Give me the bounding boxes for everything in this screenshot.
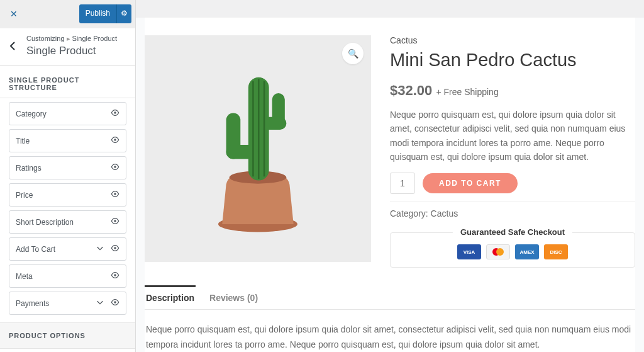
safe-checkout-label: Guaranteed Safe Checkout	[453, 227, 572, 237]
publish-button[interactable]: Publish	[79, 4, 116, 23]
chevron-down-icon[interactable]	[96, 298, 104, 309]
svg-point-0	[114, 111, 116, 114]
close-customizer-button[interactable]: ✕	[0, 0, 28, 28]
visibility-toggle-icon[interactable]	[111, 135, 119, 146]
short-description: Neque porro quisquam est, qui dolore ips…	[390, 108, 635, 164]
tab-description[interactable]: Description	[145, 287, 196, 309]
visibility-toggle-icon[interactable]	[111, 190, 119, 200]
quantity-input[interactable]	[390, 173, 415, 194]
structure-item-meta[interactable]: Meta	[9, 264, 126, 288]
visibility-toggle-icon[interactable]	[111, 271, 119, 281]
product-info: Cactus Mini San Pedro Cactus $32.00 + Fr…	[390, 35, 635, 268]
visibility-toggle-icon[interactable]	[111, 244, 119, 254]
enable-breadcrumb-row: Enable Breadcrumb	[0, 349, 135, 352]
cart-row: ADD TO CART	[390, 173, 635, 194]
add-to-cart-button[interactable]: ADD TO CART	[423, 173, 518, 193]
structure-item-short-description[interactable]: Short Description	[9, 210, 126, 234]
sidebar-header: ✕ Publish ⚙	[0, 0, 135, 28]
product-image: 🔍	[145, 35, 371, 262]
structure-item-label: Meta	[16, 272, 33, 281]
zoom-icon: 🔍	[348, 48, 358, 59]
structure-item-title[interactable]: Title	[9, 129, 126, 152]
structure-heading: SINGLE PRODUCT STRUCTURE	[0, 66, 135, 98]
structure-item-ratings[interactable]: Ratings	[9, 156, 126, 179]
cactus-illustration	[179, 42, 337, 255]
svg-point-6	[114, 274, 116, 276]
structure-item-label: Title	[16, 137, 30, 145]
product-meta: Category: Cactus	[390, 202, 635, 225]
svg-point-1	[114, 139, 116, 141]
customizer-breadcrumb-panel: Customizing▸Single Product Single Produc…	[0, 28, 135, 66]
tab-reviews[interactable]: Reviews (0)	[208, 287, 259, 309]
svg-point-3	[114, 193, 116, 195]
svg-point-2	[114, 166, 116, 168]
payment-icon-mc	[486, 244, 510, 259]
structure-item-payments[interactable]: Payments	[9, 292, 126, 315]
structure-item-label: Add To Cart	[16, 245, 55, 254]
price-value: 32.00	[397, 82, 432, 98]
chevron-down-icon[interactable]	[96, 244, 104, 254]
payment-icon-amex: AMEX	[515, 244, 539, 259]
svg-point-19	[496, 248, 504, 256]
meta-category-link[interactable]: Cactus	[431, 208, 458, 219]
product-price: $32.00 + Free Shipping	[390, 82, 635, 99]
zoom-button[interactable]: 🔍	[342, 43, 364, 64]
breadcrumb: Customizing▸Single Product	[26, 35, 117, 43]
safe-checkout-box: Guaranteed Safe Checkout VISAAMEXDISC	[390, 232, 635, 268]
payment-icons-row: VISAAMEXDISC	[398, 244, 627, 259]
structure-item-label: Category	[16, 110, 47, 118]
breadcrumb-section: Single Product	[72, 35, 118, 42]
product-options-heading: PRODUCT OPTIONS	[0, 322, 135, 349]
chevron-left-icon	[9, 42, 16, 50]
structure-item-label: Short Description	[16, 218, 74, 227]
payment-icon-disc: DISC	[544, 244, 568, 259]
back-button[interactable]	[5, 42, 20, 53]
structure-item-label: Price	[16, 191, 33, 200]
product-title: Mini San Pedro Cactus	[390, 49, 635, 71]
shipping-label: + Free Shipping	[436, 87, 498, 97]
product-tabs: Description Reviews (0)	[145, 287, 635, 310]
breadcrumb-root: Customizing	[26, 35, 65, 42]
structure-item-label: Payments	[16, 299, 49, 308]
structure-item-add-to-cart[interactable]: Add To Cart	[9, 237, 126, 261]
structure-item-price[interactable]: Price	[9, 183, 126, 207]
visibility-toggle-icon[interactable]	[111, 217, 119, 227]
structure-item-category[interactable]: Category	[9, 102, 126, 125]
svg-point-7	[114, 301, 116, 304]
panel-title: Single Product	[26, 44, 117, 58]
visibility-toggle-icon[interactable]	[111, 298, 119, 309]
gear-icon: ⚙	[121, 9, 128, 18]
structure-list: CategoryTitleRatingsPriceShort Descripti…	[0, 98, 135, 322]
structure-item-label: Ratings	[16, 164, 42, 173]
publish-settings-button[interactable]: ⚙	[116, 4, 131, 23]
visibility-toggle-icon[interactable]	[111, 108, 119, 119]
publish-area: Publish ⚙	[28, 4, 135, 23]
visibility-toggle-icon[interactable]	[111, 162, 119, 173]
svg-point-5	[114, 247, 116, 249]
product-category-link[interactable]: Cactus	[390, 35, 635, 45]
preview-pane: 🔍 Cactus Mini San Pe	[136, 0, 644, 352]
tab-description-content: Neque porro quisquam est, qui dolore ips…	[145, 310, 635, 352]
svg-point-4	[114, 220, 116, 222]
payment-icon-visa: VISA	[457, 244, 481, 259]
currency-symbol: $	[390, 82, 397, 98]
customizer-sidebar: ✕ Publish ⚙ Customizing▸Single Product S…	[0, 0, 136, 352]
meta-label: Category:	[390, 208, 428, 219]
